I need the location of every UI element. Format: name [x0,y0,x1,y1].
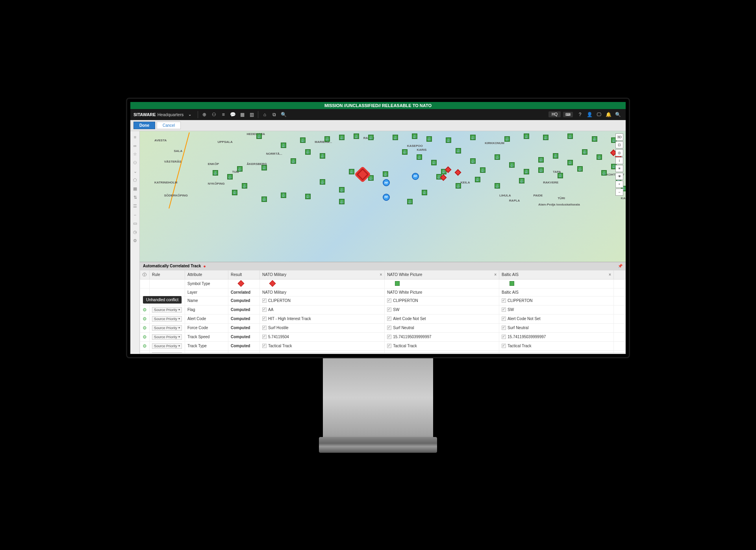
checkbox-icon[interactable] [387,298,391,303]
sidebar-table-icon[interactable]: ▦ [130,185,140,193]
search-icon[interactable]: 🔍 [280,111,287,119]
friendly-track-marker[interactable] [422,190,427,195]
hq-badge[interactable]: HQ [548,111,561,117]
rule-dropdown[interactable]: Source Priority [152,307,182,313]
friendly-track-marker[interactable] [470,158,476,164]
rule-dropdown[interactable]: Source Priority [152,343,182,349]
rule-dropdown[interactable]: Source Priority [152,334,182,340]
gear-icon[interactable]: ⚙ [143,325,147,331]
map-3d-button[interactable]: 3D [615,133,623,141]
ff-track-marker[interactable]: FF [412,173,419,180]
friendly-track-marker[interactable] [519,178,524,183]
col-src1[interactable]: NATO Military× [260,270,385,279]
friendly-track-marker[interactable] [339,187,345,193]
chat-icon[interactable]: 💬 [229,111,237,119]
friendly-track-marker[interactable] [349,169,354,174]
friendly-track-marker[interactable] [543,135,548,140]
sidebar-list2-icon[interactable]: ☰ [130,202,140,211]
sidebar-minus-icon[interactable]: − [130,211,140,219]
map-zoomfit-icon[interactable]: ⊡ [615,141,623,148]
screen-icon[interactable]: 🖵 [595,111,603,119]
close-src1-icon[interactable]: × [380,272,382,277]
globe-icon[interactable]: ⊕ [200,111,208,119]
checkbox-icon[interactable] [387,317,391,321]
gear-icon[interactable]: ⚙ [143,343,147,349]
friendly-track-marker[interactable] [524,133,529,139]
friendly-track-marker[interactable] [601,170,607,176]
hierarchy-icon[interactable]: ⚇ [210,111,218,119]
friendly-track-marker[interactable] [538,157,544,163]
friendly-track-marker[interactable] [242,183,247,189]
friendly-track-marker[interactable] [339,135,345,140]
grid-icon[interactable]: ▦ [238,111,246,119]
checkbox-icon[interactable] [502,344,506,348]
friendly-track-marker[interactable] [592,136,597,142]
friendly-track-marker[interactable] [213,170,218,176]
friendly-track-marker[interactable] [281,193,286,198]
checkbox-icon[interactable] [262,307,267,312]
map-zoomin-icon[interactable]: + [615,181,623,188]
friendly-track-marker[interactable] [320,179,325,185]
gear-icon[interactable]: ⚙ [143,334,147,340]
sidebar-star-icon[interactable]: ☆ [130,150,140,159]
checkbox-icon[interactable] [387,326,391,330]
ff-track-marker[interactable]: FF [383,194,390,201]
book-icon[interactable]: ▥ [248,111,256,119]
friendly-track-marker[interactable] [538,167,544,173]
cancel-button[interactable]: Cancel [157,122,181,129]
rule-dropdown[interactable]: Source Priority [152,316,182,322]
checkbox-icon[interactable] [502,317,506,321]
gear-icon[interactable]: ⚙ [143,316,147,322]
friendly-track-marker[interactable] [524,169,529,174]
gear-icon[interactable]: ⚙ [143,307,147,313]
help-icon[interactable]: ? [576,111,584,119]
friendly-track-marker[interactable] [368,135,374,140]
friendly-track-marker[interactable] [426,136,432,142]
pin-icon[interactable]: 📌 [618,264,623,268]
friendly-track-marker[interactable] [383,171,388,177]
selected-hostile-marker[interactable] [357,169,369,181]
friendly-track-marker[interactable] [582,149,587,155]
rule-dropdown[interactable]: Source Priority [152,325,182,331]
sidebar-adjust-icon[interactable]: ⇅ [130,193,140,202]
friendly-track-marker[interactable] [597,154,602,160]
checkbox-icon[interactable] [502,298,506,303]
checkbox-icon[interactable] [262,298,267,303]
friendly-track-marker[interactable] [431,160,437,165]
col-src2[interactable]: NATO White Picture× [385,270,499,279]
sidebar-link-icon[interactable]: ∞ [130,141,140,150]
friendly-track-marker[interactable] [320,153,325,159]
checkbox-icon[interactable] [502,307,506,312]
col-src3[interactable]: Baltic AIS× [499,270,614,279]
user-icon[interactable]: 👤 [586,111,593,119]
friendly-track-marker[interactable] [412,133,417,139]
rule-dropdown[interactable]: Source Priority [152,352,182,353]
home-icon[interactable]: ⌂ [261,111,269,119]
friendly-track-marker[interactable] [495,183,500,189]
sidebar-tree-icon[interactable]: ⚇ [130,159,140,167]
close-src2-icon[interactable]: × [494,272,497,277]
hostile-track-marker[interactable] [455,169,461,176]
map-target-icon[interactable]: ◎ [615,149,623,156]
checkbox-icon[interactable] [502,326,506,330]
friendly-track-marker[interactable] [558,173,563,178]
context-dropdown-icon[interactable]: ⌄ [188,112,191,117]
bell-icon[interactable]: 🔔 [604,111,612,119]
sidebar-clock-icon[interactable]: ◷ [130,228,140,237]
friendly-track-marker[interactable] [339,199,345,204]
done-button[interactable]: Done [133,122,155,129]
sidebar-filter-icon[interactable]: ⌄ [130,167,140,176]
friendly-track-marker[interactable] [232,190,237,195]
map-zoomout-icon[interactable]: − [615,189,623,196]
layers-icon[interactable]: ⧉ [270,111,278,119]
friendly-track-marker[interactable] [456,148,461,154]
map-brightness-icon[interactable]: ☀ [615,165,623,172]
friendly-track-marker[interactable] [456,183,461,189]
keyboard-shortcut-icon[interactable]: ⌨ [563,112,573,117]
friendly-track-marker[interactable] [402,149,408,155]
list-icon[interactable]: ≡ [219,111,227,119]
friendly-track-marker[interactable] [291,158,296,164]
checkbox-icon[interactable] [387,344,391,348]
friendly-track-marker[interactable] [261,165,267,170]
friendly-track-marker[interactable] [553,153,558,159]
